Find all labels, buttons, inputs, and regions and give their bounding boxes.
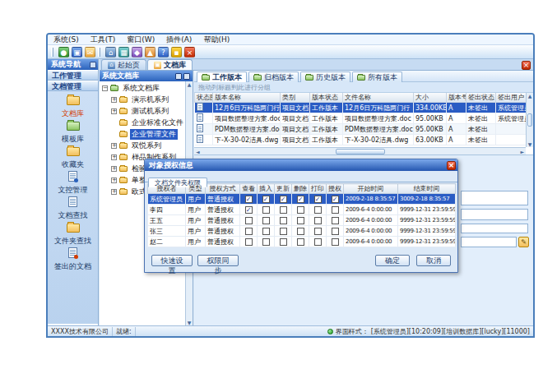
cell-grantee[interactable]: 王五: [148, 215, 186, 226]
cell-type[interactable]: 用户: [186, 226, 206, 237]
exit-icon[interactable]: ×: [184, 47, 195, 58]
update-checkbox[interactable]: ✓: [280, 196, 287, 203]
nav-section-work[interactable]: 工作管理: [48, 70, 98, 81]
cell-category[interactable]: 项目文档: [281, 113, 310, 124]
window-icon[interactable]: ▦: [118, 47, 129, 58]
cell-category[interactable]: 项目文档: [281, 124, 310, 135]
dialog-title-bar[interactable]: 对象授权信息 ×: [145, 159, 457, 171]
cell-version-name[interactable]: 12月6日万科隐两门行: [213, 103, 281, 113]
expand-icon[interactable]: +: [111, 143, 117, 149]
tab-all-versions[interactable]: 所有版本: [352, 71, 402, 82]
cell-checkout-user[interactable]: 系统管理员: [496, 113, 529, 124]
delete-checkbox[interactable]: [297, 217, 304, 224]
nav-item-doc-control[interactable]: 文控管理: [48, 170, 98, 196]
authorize-checkbox[interactable]: [332, 238, 339, 246]
cell-end-time[interactable]: 9999-12-31 23:59:59: [398, 226, 456, 237]
insert-checkbox[interactable]: [262, 217, 270, 224]
insert-checkbox[interactable]: [262, 238, 270, 246]
authorize-checkbox[interactable]: [332, 206, 339, 214]
delete-checkbox[interactable]: [297, 238, 304, 246]
tree-node[interactable]: + 演示机系列: [100, 94, 185, 105]
col-category[interactable]: 类别: [281, 93, 310, 103]
expand-icon[interactable]: +: [111, 97, 117, 103]
nav-pin-icon[interactable]: [90, 62, 96, 68]
cell-start-time[interactable]: 2009-2-18 8:35:57: [344, 194, 398, 205]
home-icon[interactable]: ⌂: [105, 47, 116, 58]
cell-category[interactable]: 项目文档: [281, 103, 310, 113]
cell-version-status[interactable]: 工作版本: [310, 103, 343, 113]
save-icon[interactable]: ▣: [72, 47, 82, 58]
scroll-up-icon[interactable]: ▲: [186, 81, 193, 87]
view-checkbox[interactable]: ✓: [245, 206, 253, 214]
nav-item-checked-out-docs[interactable]: 签出的文档: [48, 247, 98, 272]
cell-version-no[interactable]: A: [447, 113, 466, 124]
cell-version-name[interactable]: PDM数据整理方案.doc: [213, 124, 281, 135]
cell-auth-mode[interactable]: 普通授权: [206, 226, 240, 237]
scroll-left-icon[interactable]: ◄: [194, 149, 200, 154]
table-row[interactable]: 李四 用户 普通授权 ✓ 2009-6-4 0:00:00 9999-12-31…: [148, 205, 456, 215]
cell-file-name[interactable]: 下-X-30-02洁具.dwg: [343, 135, 414, 145]
status-cell[interactable]: [195, 135, 213, 145]
nav-item-doc-library[interactable]: 文档库: [48, 94, 98, 119]
menu-window[interactable]: 窗口(W): [121, 35, 160, 45]
update-checkbox[interactable]: [280, 238, 287, 246]
cell-type[interactable]: 用户: [186, 237, 206, 247]
cell-version-status[interactable]: 工作版本: [310, 124, 343, 135]
col-status-icon[interactable]: 状态图: [195, 93, 213, 103]
cell-category[interactable]: 项目文档: [281, 135, 310, 145]
print-checkbox[interactable]: ✓: [314, 196, 322, 203]
nav-item-folder-search[interactable]: 文件夹查找: [48, 221, 98, 247]
status-cell[interactable]: [195, 113, 213, 124]
tree-node[interactable]: + 测试机系列: [100, 105, 185, 117]
nav-item-template-library[interactable]: 模板库: [48, 119, 98, 145]
view-checkbox[interactable]: [245, 228, 253, 235]
scroll-right-icon[interactable]: ►: [520, 149, 526, 154]
quick-set-button[interactable]: 快速设置: [151, 255, 193, 266]
expand-icon[interactable]: +: [111, 189, 117, 195]
col-print[interactable]: 打印: [309, 184, 327, 194]
tree-node-root[interactable]: − 系统文档库: [100, 82, 185, 94]
cell-end-time[interactable]: 9999-12-31 23:59:59: [398, 215, 456, 226]
cell-end-time[interactable]: 9999-12-31 23:59:59: [398, 205, 456, 215]
menu-help[interactable]: 帮助(H): [197, 35, 235, 45]
cell-start-time[interactable]: 2009-6-4 0:00:00: [344, 215, 398, 226]
property-field[interactable]: [461, 224, 528, 233]
cell-size[interactable]: 334.00KB: [414, 103, 447, 113]
lock-icon[interactable]: ▪: [171, 47, 182, 58]
delete-checkbox[interactable]: [297, 206, 304, 214]
scroll-up-icon[interactable]: ▲: [527, 93, 533, 99]
close-tab-icon[interactable]: ×: [522, 61, 531, 70]
authorize-checkbox[interactable]: ✓: [332, 196, 339, 203]
table-horizontal-scrollbar[interactable]: ◄ ►: [194, 147, 526, 154]
cell-checkout-user[interactable]: 系统管理员: [496, 103, 529, 113]
col-version-status[interactable]: 版本状态: [310, 93, 343, 103]
property-field[interactable]: [461, 209, 528, 220]
cell-grantee[interactable]: 赵二: [148, 237, 186, 247]
expand-icon[interactable]: +: [111, 178, 117, 183]
col-version-name[interactable]: 版本名称: [213, 93, 281, 103]
tab-working-version[interactable]: 工作版本: [197, 71, 247, 82]
insert-checkbox[interactable]: ✓: [262, 196, 270, 203]
col-version-no[interactable]: 版本号: [447, 93, 466, 103]
table-row[interactable]: 赵二 用户 普通授权 2009-6-4 0:00:00 9999-12-31 2…: [148, 237, 456, 247]
expand-icon[interactable]: +: [111, 154, 117, 160]
system-icon[interactable]: ●: [58, 47, 69, 58]
col-delete[interactable]: 删除: [292, 184, 309, 194]
property-field[interactable]: [461, 237, 517, 247]
cell-checkout-user[interactable]: [496, 135, 529, 145]
scroll-down-icon[interactable]: ▼: [186, 320, 193, 325]
table-row[interactable]: 12月6日万科隐两门行 项目文档 工作版本 12月6日万科隐两门行 334.00…: [195, 103, 529, 113]
insert-checkbox[interactable]: [262, 228, 270, 235]
chart-icon[interactable]: ▲: [145, 47, 155, 58]
property-field[interactable]: [461, 191, 528, 205]
update-checkbox[interactable]: [280, 217, 287, 224]
tab-doc-library[interactable]: ▣ 文档库: [147, 59, 193, 70]
col-start-time[interactable]: 开始时间: [344, 184, 398, 194]
scroll-thumb[interactable]: [336, 149, 385, 154]
cell-version-name[interactable]: 下-X-30-02洁具.dwg: [213, 135, 281, 145]
table-row[interactable]: 张三 用户 普通授权 2009-6-4 0:00:00 9999-12-31 2…: [148, 226, 456, 237]
print-checkbox[interactable]: [314, 206, 322, 214]
insert-checkbox[interactable]: [262, 206, 270, 214]
cell-start-time[interactable]: 2009-6-4 0:00:00: [344, 226, 398, 237]
col-update[interactable]: 更新: [275, 184, 292, 194]
